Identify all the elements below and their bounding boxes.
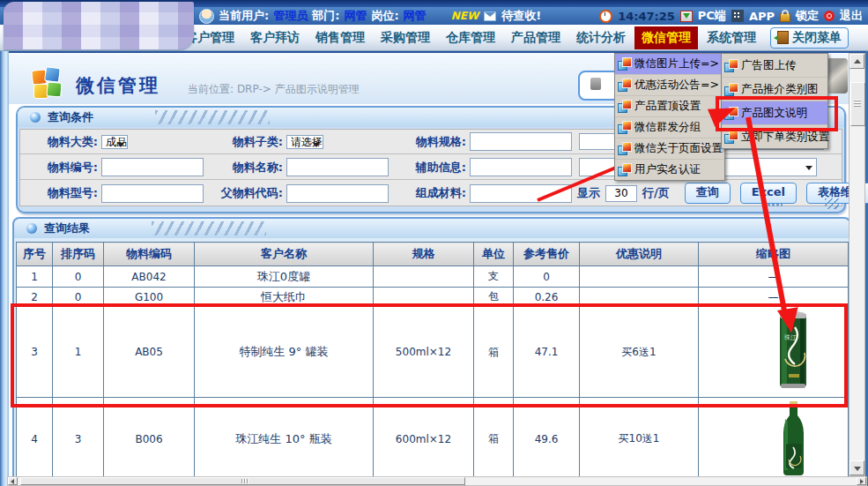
cell-promo: 买6送1 <box>580 307 699 398</box>
menu-item-wechat-image-upload[interactable]: 微信图片上传=> <box>615 54 724 75</box>
svg-text:珠江: 珠江 <box>784 334 797 341</box>
nav-item-purchase-mgmt[interactable]: 采购管理 <box>374 26 437 49</box>
query-button[interactable]: 查询 <box>685 183 731 204</box>
wechat-dropdown-menu: 微信图片上传=> 优惠活动公告=> 产品置顶设置 微信群发分组 微信关于页面设置… <box>614 53 725 181</box>
horizontal-scrollbar[interactable] <box>7 476 867 486</box>
menu-item-promo-announcement[interactable]: 优惠活动公告=> <box>615 75 724 96</box>
nav-item-sales-mgmt[interactable]: 销售管理 <box>308 26 372 49</box>
chevron-down-icon <box>805 166 812 174</box>
menu-image-icon <box>618 142 633 155</box>
aux-info-input[interactable] <box>470 158 572 176</box>
nav-item-system-mgmt[interactable]: 系统管理 <box>700 26 763 49</box>
table-row: 1 0 AB042 珠江0度罐 支 0 — <box>17 266 849 288</box>
material-model-input[interactable] <box>101 184 204 203</box>
submenu-item-product-image-text[interactable]: 产品图文说明 <box>722 101 827 125</box>
col-sort[interactable]: 排序码 <box>53 243 104 266</box>
product-name-link[interactable]: 珠江0度罐 <box>195 266 374 288</box>
app-link[interactable]: APP <box>749 10 775 23</box>
cell-promo <box>580 288 699 307</box>
material-code-input[interactable] <box>101 158 204 176</box>
col-spec[interactable]: 规格 <box>374 243 474 266</box>
cell-unit: 箱 <box>474 307 514 398</box>
menu-image-icon <box>618 79 633 92</box>
cell-code: G100 <box>104 288 195 307</box>
cell-thumb-empty: — <box>699 288 849 307</box>
product-can-thumbnail[interactable]: 珠江 <box>773 310 813 393</box>
breadcrumb-path: DRP-> 产品图示说明管理 <box>237 83 360 95</box>
panel-corner-decoration <box>825 198 839 209</box>
menu-image-icon <box>724 107 739 120</box>
horizontal-scrollbar-thumb[interactable] <box>20 477 465 485</box>
product-name-link[interactable]: 特制纯生 9° 罐装 <box>195 307 374 398</box>
close-menu-button[interactable]: 关闭菜单 <box>770 27 849 49</box>
col-unit[interactable]: 单位 <box>474 243 514 266</box>
page-size-input[interactable]: 30 <box>605 185 637 202</box>
pc-client-icon[interactable] <box>680 11 693 22</box>
cell-price: 47.1 <box>514 307 580 398</box>
scroll-down-button[interactable] <box>849 460 864 475</box>
submenu-item-order-now-category[interactable]: 立即下单类别设置 <box>722 125 827 148</box>
header-stripes-decoration <box>152 221 266 236</box>
app-qr-icon[interactable] <box>731 10 744 22</box>
material-subclass-select[interactable]: 请选择 <box>286 135 323 149</box>
menu-image-icon <box>724 131 739 144</box>
inbox-link[interactable]: 待查收! <box>501 8 541 24</box>
product-bottle-thumbnail[interactable] <box>775 401 811 477</box>
product-name-link[interactable]: 珠江纯生 10° 瓶装 <box>195 398 374 479</box>
menu-image-icon <box>618 57 633 71</box>
cell-sort: 0 <box>53 288 104 307</box>
user-avatar-icon <box>199 9 214 24</box>
nav-item-stats-analysis[interactable]: 统计分析 <box>569 26 633 49</box>
material-spec-input[interactable] <box>470 132 572 151</box>
cell-spec <box>374 288 474 307</box>
col-price[interactable]: 参考售价 <box>514 243 580 266</box>
dept-value: 网管 <box>344 8 367 24</box>
cell-code: AB042 <box>104 266 195 288</box>
scroll-right-button[interactable] <box>857 477 866 485</box>
submenu-item-product-category-image[interactable]: 产品推介类别图 <box>722 78 827 101</box>
vertical-scrollbar-thumb[interactable] <box>850 82 865 126</box>
cell-promo: 买10送1 <box>580 398 699 479</box>
lock-icon[interactable] <box>780 13 790 22</box>
scroll-left-button[interactable] <box>8 477 18 485</box>
background-photo-fragment <box>827 58 848 93</box>
col-promo[interactable]: 优惠说明 <box>580 243 699 266</box>
submenu-item-ad-image-upload[interactable]: 广告图上传 <box>722 54 827 78</box>
nav-item-product-mgmt[interactable]: 产品管理 <box>504 26 568 49</box>
parent-code-input[interactable] <box>286 184 389 203</box>
menu-item-product-pin-settings[interactable]: 产品置顶设置 <box>615 96 724 117</box>
material-class-select[interactable]: 成品 <box>101 135 128 149</box>
excel-button[interactable]: Excel <box>740 183 797 204</box>
nav-item-wechat-mgmt[interactable]: 微信管理 <box>634 26 698 49</box>
logout-link[interactable]: 退出 <box>840 8 863 24</box>
module-icon <box>32 67 63 99</box>
material-name-input[interactable] <box>286 158 389 176</box>
scroll-up-button[interactable] <box>849 54 864 69</box>
vertical-scrollbar[interactable] <box>849 53 865 476</box>
current-time: 14:47:25 <box>618 10 675 23</box>
logout-icon[interactable] <box>824 11 835 21</box>
menu-item-user-verification[interactable]: 用户实名认证 <box>615 160 724 180</box>
lock-link[interactable]: 锁定 <box>796 8 819 24</box>
mail-icon[interactable] <box>484 11 496 21</box>
table-header-row: 序号 排序码 物料编码 客户名称 规格 单位 参考售价 优惠说明 缩略图 <box>17 243 849 266</box>
col-name[interactable]: 客户名称 <box>195 243 374 266</box>
cell-thumb <box>699 398 849 479</box>
pc-client-link[interactable]: PC端 <box>698 8 726 24</box>
parent-code-label: 父物料代码: <box>209 185 286 201</box>
nav-item-warehouse-mgmt[interactable]: 仓库管理 <box>439 26 502 49</box>
post-value: 网管 <box>404 8 427 24</box>
panel-dots-decoration <box>763 204 783 206</box>
show-label: 显示 <box>577 185 600 201</box>
nav-item-customer-visit[interactable]: 客户拜访 <box>243 26 307 49</box>
col-thumb[interactable]: 缩略图 <box>699 243 849 266</box>
material-comp-input[interactable] <box>470 184 572 203</box>
menu-item-wechat-about-page[interactable]: 微信关于页面设置 <box>615 138 724 160</box>
col-code[interactable]: 物料编码 <box>104 243 195 266</box>
menu-image-icon <box>618 163 633 176</box>
col-seq[interactable]: 序号 <box>17 243 53 266</box>
product-name-link[interactable]: 恒大纸巾 <box>195 288 374 307</box>
menu-item-wechat-group-send[interactable]: 微信群发分组 <box>615 117 724 138</box>
new-badge: NEW <box>451 10 479 22</box>
app-window: 当前用户: 管理员 部门: 网管 岗位: 网管 NEW 待查收! 14:47:2… <box>0 0 868 486</box>
